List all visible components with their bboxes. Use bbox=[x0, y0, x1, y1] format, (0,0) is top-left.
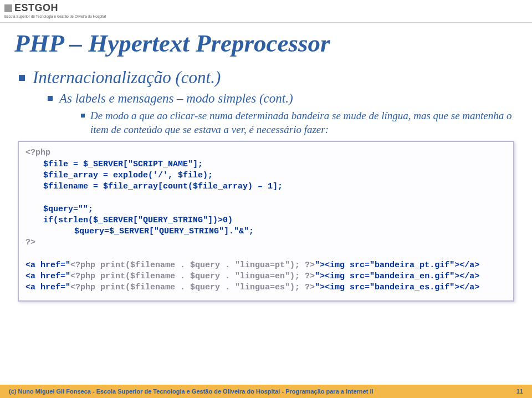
logo: ESTGOH Escola Superior de Tecnologia e G… bbox=[4, 2, 106, 18]
footer-text: (c) Nuno Miguel Gil Fonseca - Escola Sup… bbox=[9, 388, 374, 395]
bullet-square-icon bbox=[19, 75, 25, 81]
code-line: $file_array = explode('/', $file); bbox=[25, 170, 507, 181]
logo-subtitle: Escola Superior de Tecnologia e Gestão d… bbox=[4, 14, 106, 18]
bullet-square-icon bbox=[48, 96, 53, 101]
slide-title: PHP – Hypertext Preprocessor bbox=[14, 31, 518, 56]
logo-text: ESTGOH bbox=[14, 2, 58, 14]
code-anchor-1: <a href="<?php print($filename . $query … bbox=[25, 261, 479, 270]
bullet-level-1: Internacionalização (cont.) bbox=[19, 67, 518, 88]
footer-bar: (c) Nuno Miguel Gil Fonseca - Escola Sup… bbox=[0, 385, 532, 398]
code-line: if(strlen($_SERVER["QUERY_STRING"])>0) bbox=[25, 215, 507, 226]
code-line: $file = $_SERVER["SCRIPT_NAME"]; bbox=[25, 159, 507, 170]
header-bar: ESTGOH Escola Superior de Tecnologia e G… bbox=[0, 0, 532, 23]
code-line: ?> bbox=[25, 238, 35, 247]
bullet3-text: De modo a que ao clicar-se numa determin… bbox=[90, 109, 518, 136]
footer-page-number: 11 bbox=[516, 388, 523, 395]
code-anchor-3: <a href="<?php print($filename . $query … bbox=[25, 283, 479, 292]
bullet1-text: Internacionalização (cont.) bbox=[33, 67, 221, 88]
bullet-level-2: As labels e mensagens – modo simples (co… bbox=[48, 91, 518, 107]
code-anchor-2: <a href="<?php print($filename . $query … bbox=[25, 272, 479, 281]
bullet-level-3: De modo a que ao clicar-se numa determin… bbox=[81, 109, 518, 136]
slide-body: PHP – Hypertext Preprocessor Internacion… bbox=[0, 23, 532, 302]
code-line: $filename = $file_array[count($file_arra… bbox=[25, 181, 507, 192]
bullet2-text: As labels e mensagens – modo simples (co… bbox=[59, 91, 293, 107]
code-line: <?php bbox=[25, 148, 50, 157]
logo-square-icon bbox=[4, 4, 12, 12]
bullet-square-icon bbox=[81, 114, 85, 118]
code-line: $query=$_SERVER["QUERY_STRING"]."&"; bbox=[25, 226, 507, 237]
code-block: <?php $file = $_SERVER["SCRIPT_NAME"];$f… bbox=[18, 141, 514, 301]
code-line: $query=""; bbox=[25, 204, 507, 215]
